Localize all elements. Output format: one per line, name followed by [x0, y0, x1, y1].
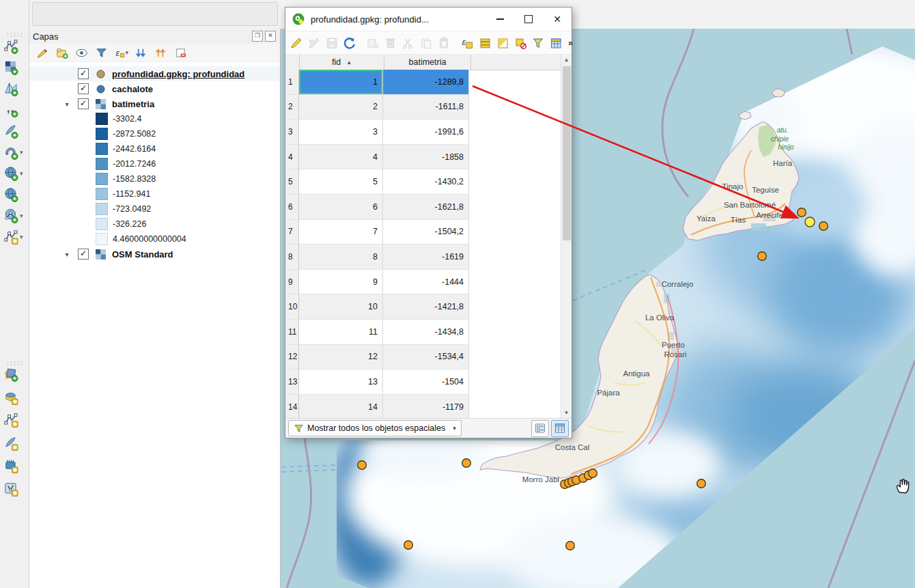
layer-item-batimetria[interactable]: ▾✓batimetria [29, 96, 280, 111]
fid-cell[interactable]: 8 [299, 244, 383, 270]
row-number-cell[interactable]: 10 [285, 294, 299, 320]
add-vector-layer[interactable] [3, 37, 24, 56]
add-virtual-layer[interactable]: ✱▾ [3, 227, 24, 247]
deselect-all-button[interactable] [513, 36, 527, 51]
float-panel-icon[interactable]: ❐ [252, 31, 263, 42]
manage-map-themes[interactable] [74, 45, 89, 60]
feature-point-selected[interactable] [805, 217, 815, 227]
legend-entry[interactable]: -326.226 [29, 216, 280, 232]
fid-cell[interactable]: 14 [299, 395, 383, 418]
row-number-cell[interactable]: 4 [285, 145, 299, 170]
corner-header[interactable] [285, 55, 300, 70]
legend-entry[interactable]: -2442.6164 [29, 141, 280, 156]
toggle-editing-button[interactable] [290, 36, 303, 51]
row-number-cell[interactable]: 7 [285, 220, 299, 245]
table-row[interactable]: 1313-1504 [285, 369, 561, 395]
fid-cell[interactable]: 1 [299, 70, 383, 95]
new-geopackage-layer[interactable]: ✱ [3, 388, 24, 407]
close-button[interactable]: ✕ [543, 8, 572, 31]
filter-legend[interactable] [94, 45, 109, 60]
row-number-cell[interactable]: 12 [285, 345, 299, 370]
table-row[interactable]: 1414-1179 [285, 395, 561, 418]
feature-point[interactable] [404, 541, 413, 550]
scrollbar-thumb[interactable] [563, 66, 571, 240]
add-raster-layer[interactable] [3, 58, 24, 77]
batimetria-cell[interactable]: -1434,8 [383, 320, 469, 345]
add-mesh-layer[interactable] [3, 79, 24, 98]
batimetria-cell[interactable]: -1444 [383, 270, 469, 295]
new-temporary-scratch-layer[interactable]: ✱ [3, 410, 24, 430]
fid-cell[interactable]: 6 [299, 195, 383, 220]
filter-select-form-button[interactable] [531, 36, 545, 51]
batimetria-cell[interactable]: -1504,2 [383, 220, 469, 245]
layers-panel-titlebar[interactable]: Capas ❐ ✕ [29, 29, 280, 44]
legend-entry[interactable]: -3302.4 [29, 111, 280, 126]
minimize-button[interactable] [485, 8, 514, 31]
window-titlebar[interactable]: profundidad.gpkg: profundid... ✕ [285, 8, 572, 31]
table-row[interactable]: 44-1858 [285, 145, 561, 170]
remove-layer[interactable] [173, 45, 188, 60]
layer-checkbox[interactable]: ✓ [78, 68, 89, 79]
move-selection-to-top-button[interactable] [549, 36, 563, 51]
layer-checkbox[interactable]: ✓ [78, 249, 89, 260]
fid-cell[interactable]: 7 [299, 220, 383, 245]
layer-item-profundidad-gpkg-profundidad[interactable]: ✓profundidad.gpkg: profundidad [29, 66, 280, 81]
batimetria-cell[interactable]: -1534,4 [383, 345, 469, 370]
row-number-cell[interactable]: 3 [285, 120, 299, 145]
table-row[interactable]: 22-1611,8 [285, 95, 561, 120]
batimetria-cell[interactable]: -1619 [383, 244, 469, 270]
column-header-batimetria[interactable]: batimetria [384, 55, 471, 70]
table-row[interactable]: 88-1619 [285, 244, 561, 270]
toolbar-overflow-button[interactable]: » [568, 38, 573, 48]
layer-item-osm-standard[interactable]: ▾✓OSM Standard [29, 247, 280, 262]
layer-expander-icon[interactable]: ▾ [63, 251, 71, 258]
add-spatialite-layer[interactable] [3, 122, 24, 141]
add-postgis-layer[interactable]: ▾ [3, 143, 24, 162]
table-row[interactable]: 1212-1534,4 [285, 345, 561, 370]
row-number-cell[interactable]: 13 [285, 369, 299, 395]
scroll-up-icon[interactable]: ▲ [561, 55, 572, 65]
toolbar-drag-handle[interactable] [6, 32, 23, 37]
new-spatialite-layer[interactable]: ✱ [3, 434, 24, 453]
row-number-cell[interactable]: 2 [285, 95, 299, 120]
batimetria-cell[interactable]: -1991,6 [383, 120, 469, 145]
dropdown-caret-icon[interactable]: ▾ [20, 212, 23, 219]
feature-point[interactable] [798, 208, 806, 217]
form-view-toggle[interactable] [531, 420, 549, 437]
legend-entry[interactable]: -723.0492 [29, 201, 280, 216]
batimetria-cell[interactable]: -1421,8 [383, 294, 469, 320]
new-mesh-layer[interactable]: ✱ [3, 456, 24, 475]
table-row[interactable]: 11-1289,8 [285, 70, 561, 95]
batimetria-cell[interactable]: -1179 [383, 395, 469, 418]
filter-by-expression[interactable]: ε▾ [113, 45, 128, 60]
new-shapefile-layer[interactable] [3, 365, 24, 384]
dropdown-caret-icon[interactable]: ▾ [20, 234, 23, 240]
table-view-toggle[interactable] [551, 420, 569, 437]
table-row[interactable]: 1010-1421,8 [285, 294, 561, 320]
row-number-cell[interactable]: 9 [285, 270, 299, 295]
select-all-button[interactable] [478, 36, 492, 51]
fid-cell[interactable]: 11 [299, 320, 383, 345]
layer-checkbox[interactable]: ✓ [78, 98, 89, 109]
layer-checkbox[interactable]: ✓ [78, 83, 89, 94]
feature-filter-dropdown[interactable]: Mostrar todos los objetos espaciales ▾ [288, 420, 462, 436]
row-number-cell[interactable]: 14 [285, 395, 299, 418]
maximize-button[interactable] [514, 8, 543, 31]
open-layer-styling[interactable] [34, 45, 49, 60]
legend-entry[interactable]: -2872.5082 [29, 126, 280, 141]
layer-item-cachalote[interactable]: ✓cachalote [29, 81, 280, 96]
legend-entry[interactable]: 4.46000000000004 [29, 232, 280, 247]
fid-cell[interactable]: 12 [299, 345, 383, 370]
table-row[interactable]: 1111-1434,8 [285, 320, 561, 345]
collapse-all[interactable] [153, 45, 168, 60]
batimetria-cell[interactable]: -1621,8 [383, 195, 469, 220]
scroll-down-icon[interactable]: ▼ [561, 408, 572, 418]
add-wfs-layer[interactable]: ▾ [3, 206, 24, 225]
row-number-cell[interactable]: 6 [285, 195, 299, 220]
feature-point[interactable] [697, 479, 706, 488]
fid-cell[interactable]: 9 [299, 270, 383, 295]
fid-cell[interactable]: 2 [299, 95, 383, 120]
new-virtual-layer[interactable]: ✱ [3, 479, 24, 499]
row-number-cell[interactable]: 5 [285, 169, 299, 195]
feature-point[interactable] [819, 222, 828, 231]
